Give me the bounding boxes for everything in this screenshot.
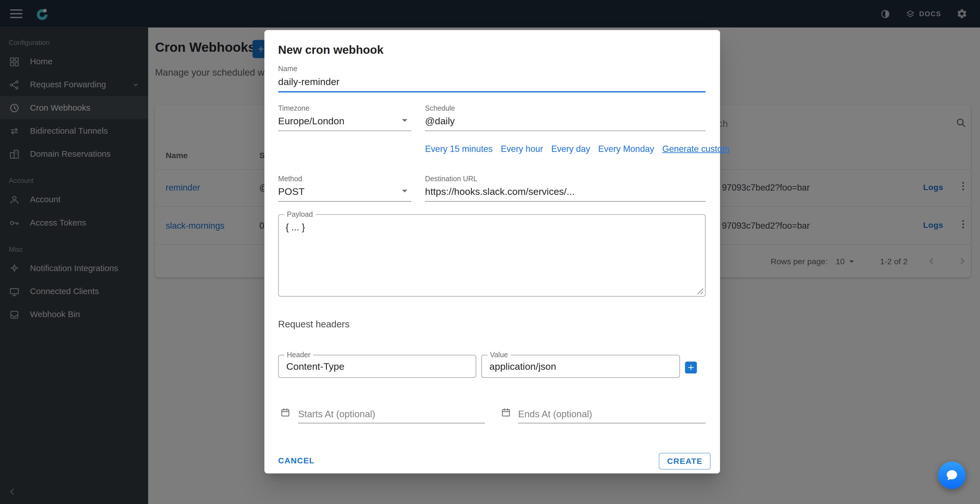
schedule-label: Schedule xyxy=(425,105,706,112)
payload-label: Payload xyxy=(285,211,315,218)
header-name-input[interactable]: Header Content-Type xyxy=(278,355,476,378)
name-label: Name xyxy=(278,65,706,72)
header-name-value[interactable]: Content-Type xyxy=(286,361,344,372)
method-select[interactable]: Method POST xyxy=(278,175,411,202)
schedule-presets: Every 15 minutes Every hour Every day Ev… xyxy=(425,144,729,154)
request-headers-heading: Request headers xyxy=(278,319,350,329)
timezone-select[interactable]: Timezone Europe/London xyxy=(278,105,411,131)
resize-handle-icon[interactable] xyxy=(697,288,704,295)
new-cron-webhook-dialog: New cron webhook Name daily-reminder Tim… xyxy=(264,30,720,473)
app-root: DOCS Configuration Home Request Forwardi… xyxy=(0,0,980,504)
preset-every-15-minutes[interactable]: Every 15 minutes xyxy=(425,144,493,154)
caret-down-icon xyxy=(398,184,411,197)
create-button[interactable]: CREATE xyxy=(659,453,711,469)
header-value-input[interactable]: Value application/json xyxy=(481,355,680,378)
preset-every-monday[interactable]: Every Monday xyxy=(598,144,654,154)
preset-every-hour[interactable]: Every hour xyxy=(501,144,543,154)
ends-at-placeholder: Ends At (optional) xyxy=(518,409,592,419)
schedule-value[interactable]: @daily xyxy=(425,116,706,130)
add-header-button[interactable] xyxy=(685,361,697,374)
timezone-value[interactable]: Europe/London xyxy=(278,116,411,130)
timezone-label: Timezone xyxy=(278,105,411,112)
destination-url-label: Destination URL xyxy=(425,175,706,182)
header-value-value[interactable]: application/json xyxy=(490,361,556,372)
cancel-button[interactable]: CANCEL xyxy=(278,456,315,465)
caret-down-icon xyxy=(398,114,411,127)
method-label: Method xyxy=(278,175,411,182)
starts-at-input[interactable]: Starts At (optional) xyxy=(298,405,485,423)
payload-value[interactable]: { ... } xyxy=(286,219,305,235)
destination-url-input[interactable]: Destination URL https://hooks.slack.com/… xyxy=(425,175,706,202)
schedule-input[interactable]: Schedule @daily xyxy=(425,105,706,131)
ends-at-input[interactable]: Ends At (optional) xyxy=(518,405,706,423)
dialog-title: New cron webhook xyxy=(278,43,383,57)
name-value[interactable]: daily-reminder xyxy=(278,76,706,91)
header-value-label: Value xyxy=(487,351,510,358)
name-input[interactable]: Name daily-reminder xyxy=(278,65,706,92)
header-name-label: Header xyxy=(285,351,313,358)
payload-textarea[interactable]: Payload { ... } xyxy=(278,214,706,296)
chat-launcher[interactable] xyxy=(938,462,966,489)
calendar-icon[interactable] xyxy=(501,407,511,418)
calendar-icon[interactable] xyxy=(280,407,290,418)
chat-icon xyxy=(945,468,959,482)
preset-every-day[interactable]: Every day xyxy=(551,144,590,154)
method-value[interactable]: POST xyxy=(278,186,411,201)
starts-at-placeholder: Starts At (optional) xyxy=(298,409,375,419)
preset-generate-custom[interactable]: Generate custom xyxy=(662,144,729,154)
destination-url-value[interactable]: https://hooks.slack.com/services/... xyxy=(425,186,706,201)
